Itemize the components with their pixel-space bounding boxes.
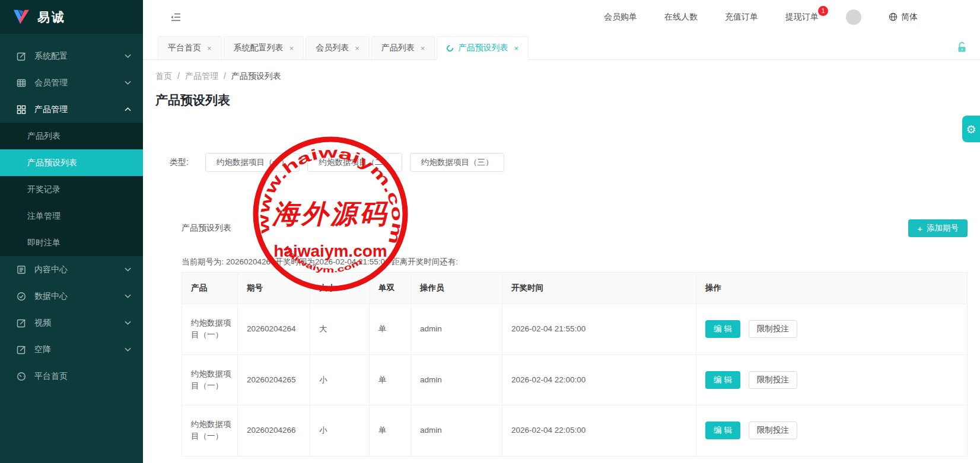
edit-button[interactable]: 编 辑 — [705, 422, 740, 439]
preset-list-section: 产品预设列表 + 添加期号 当前期号为: 20260204264开奖时间为202… — [182, 219, 968, 456]
sidebar-subitem-realtime-bets[interactable]: 即时注单 — [0, 229, 143, 256]
nav-withdraw-label: 提现订单 — [785, 12, 819, 21]
tab-member-list[interactable]: 会员列表 × — [306, 36, 370, 59]
file-text-icon — [17, 264, 27, 274]
unlock-icon[interactable] — [957, 41, 967, 55]
sidebar-subitem-label: 开奖记录 — [27, 184, 61, 195]
withdraw-badge: 1 — [818, 6, 828, 16]
sidebar-item-platform-home[interactable]: 平台首页 — [0, 363, 143, 389]
sidebar-subitem-draw-records[interactable]: 开奖记录 — [0, 176, 143, 203]
table-row: 约炮数据项目（一） 20260204266 小 单 admin 2026-02-… — [182, 405, 968, 456]
sidebar-item-label: 内容中心 — [34, 264, 125, 275]
tab-system-config-list[interactable]: 系统配置列表 × — [224, 36, 304, 59]
edit-square-icon — [17, 318, 27, 328]
sidebar-item-data-center[interactable]: 数据中心 — [0, 283, 143, 309]
menu-fold-icon[interactable] — [170, 11, 182, 23]
breadcrumb-home[interactable]: 首页 — [155, 71, 172, 82]
breadcrumb-separator: / — [177, 71, 180, 82]
current-period-text: 当前期号为: 20260204264开奖时间为2026-02-04 21:55:… — [182, 257, 968, 267]
sidebar-subitem-bet-management[interactable]: 注单管理 — [0, 203, 143, 229]
sidebar-item-label: 平台首页 — [34, 371, 131, 382]
sidebar-subitem-product-list[interactable]: 产品列表 — [0, 123, 143, 149]
type-filter-label: 类型: — [170, 157, 189, 168]
limit-bet-button[interactable]: 限制投注 — [749, 371, 797, 389]
tab-bar: 平台首页 × 系统配置列表 × 会员列表 × 产品列表 × 产品预设列表 × — [143, 34, 980, 60]
cell-period: 20260204265 — [238, 355, 310, 405]
filter-project-3-button[interactable]: 约炮数据项目（三） — [410, 153, 505, 172]
col-header-operator: 操作员 — [411, 273, 502, 304]
topbar: 会员购单 在线人数 充值订单 提现订单 1 简体 — [143, 0, 980, 34]
cell-draw-time: 2026-02-04 21:55:00 — [502, 304, 696, 355]
sidebar-menu: 系统配置 会员管理 产品管理 产品列表 — [0, 34, 143, 389]
sidebar-item-content-center[interactable]: 内容中心 — [0, 256, 143, 283]
type-filter-row: 类型: 约炮数据项目（一） 约炮数据项目（二） 约炮数据项目（三） — [170, 153, 968, 172]
close-icon[interactable]: × — [289, 44, 294, 53]
col-header-period: 期号 — [238, 273, 310, 304]
app-title: 易诚 — [37, 9, 66, 25]
dashboard-icon — [17, 371, 27, 381]
sidebar-item-label: 视频 — [34, 318, 125, 328]
close-icon[interactable]: × — [207, 44, 212, 53]
avatar[interactable] — [846, 9, 861, 25]
nav-member-orders[interactable]: 会员购单 — [604, 12, 637, 23]
row-actions: 编 辑 限制投注 — [705, 320, 961, 338]
tab-product-list[interactable]: 产品列表 × — [371, 36, 435, 59]
limit-bet-button[interactable]: 限制投注 — [749, 422, 797, 439]
chevron-down-icon — [125, 347, 131, 352]
v-logo-icon — [12, 9, 31, 25]
close-icon[interactable]: × — [421, 44, 425, 53]
nav-recharge-orders[interactable]: 充值订单 — [725, 12, 758, 23]
col-header-parity: 单双 — [370, 273, 411, 304]
tab-label: 系统配置列表 — [234, 43, 284, 53]
tab-label: 产品列表 — [381, 43, 415, 53]
cell-size: 小 — [310, 355, 370, 405]
add-period-label: 添加期号 — [927, 223, 959, 234]
sidebar-item-system-config[interactable]: 系统配置 — [0, 43, 143, 69]
col-header-product: 产品 — [182, 273, 238, 304]
sidebar: 易诚 系统配置 会员管理 产品 — [0, 0, 143, 463]
cell-product: 约炮数据项目（一） — [182, 405, 238, 456]
close-icon[interactable]: × — [355, 44, 359, 53]
filter-project-2-button[interactable]: 约炮数据项目（二） — [307, 153, 402, 172]
main-area: 会员购单 在线人数 充值订单 提现订单 1 简体 平台首页 × 系统配置列表 × — [143, 0, 980, 463]
filter-project-1-button[interactable]: 约炮数据项目（一） — [205, 153, 300, 172]
add-period-button[interactable]: + 添加期号 — [908, 219, 968, 237]
settings-fab[interactable]: ⚙ — [962, 116, 980, 142]
cell-period: 20260204266 — [238, 405, 310, 456]
sidebar-item-airdrop[interactable]: 空降 — [0, 336, 143, 363]
refresh-icon[interactable] — [446, 43, 454, 52]
cell-product: 约炮数据项目（一） — [182, 304, 238, 355]
row-actions: 编 辑 限制投注 — [705, 422, 961, 439]
topbar-nav: 会员购单 在线人数 充值订单 提现订单 1 简体 — [604, 9, 918, 25]
sidebar-subitem-product-preset-list[interactable]: 产品预设列表 — [0, 149, 143, 176]
sidebar-item-member-management[interactable]: 会员管理 — [0, 69, 143, 96]
chevron-down-icon — [125, 81, 131, 85]
edit-button[interactable]: 编 辑 — [705, 320, 740, 338]
cell-size: 小 — [310, 405, 370, 456]
language-switch[interactable]: 简体 — [889, 12, 918, 23]
app-logo[interactable]: 易诚 — [0, 0, 143, 34]
product-submenu: 产品列表 产品预设列表 开奖记录 注单管理 即时注单 — [0, 123, 143, 256]
limit-bet-button[interactable]: 限制投注 — [749, 320, 797, 338]
close-icon[interactable]: × — [514, 44, 518, 53]
cell-parity: 单 — [370, 355, 411, 405]
chevron-up-icon — [125, 107, 131, 111]
breadcrumb-product-management[interactable]: 产品管理 — [185, 71, 218, 82]
tab-platform-home[interactable]: 平台首页 × — [158, 36, 222, 59]
nav-online-count[interactable]: 在线人数 — [664, 12, 698, 23]
check-circle-icon — [17, 291, 27, 301]
sidebar-item-video[interactable]: 视频 — [0, 309, 143, 336]
edit-square-icon — [17, 344, 27, 355]
chevron-down-icon — [125, 54, 131, 58]
sidebar-item-label: 数据中心 — [34, 291, 125, 302]
cell-size: 大 — [310, 304, 370, 355]
section-title: 产品预设列表 — [182, 223, 231, 234]
edit-button[interactable]: 编 辑 — [705, 371, 740, 389]
appstore-icon — [17, 104, 27, 114]
tab-product-preset-list[interactable]: 产品预设列表 × — [437, 36, 529, 60]
plus-icon: + — [917, 223, 922, 234]
sidebar-item-label: 产品管理 — [34, 104, 125, 115]
row-actions: 编 辑 限制投注 — [705, 371, 961, 389]
sidebar-item-product-management[interactable]: 产品管理 — [0, 96, 143, 123]
nav-withdraw-orders[interactable]: 提现订单 1 — [785, 12, 819, 23]
